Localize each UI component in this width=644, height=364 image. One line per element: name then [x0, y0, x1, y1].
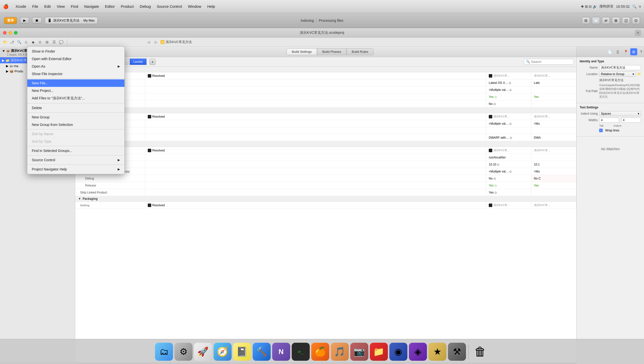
- nav-forward[interactable]: ▷: [153, 39, 159, 45]
- dock-xcode[interactable]: 🔨: [253, 343, 271, 361]
- tab-label: Tab: [599, 124, 604, 127]
- inspector-file-icon[interactable]: 📄: [606, 48, 613, 55]
- launchpad-icon: 🚀: [194, 343, 212, 361]
- ctx-new-group-selection[interactable]: New Group from Selection: [27, 121, 124, 128]
- run-button[interactable]: ▶: [20, 17, 29, 24]
- menu-source-control[interactable]: Source Control: [154, 3, 185, 10]
- inspector-help-icon[interactable]: ?: [640, 50, 642, 54]
- table-row: Base SDK Latest OS X… ◇ Late: [75, 79, 576, 86]
- dock-onenote[interactable]: N: [272, 343, 290, 361]
- nav-back[interactable]: ◁: [145, 39, 151, 45]
- ctx-show-inspector[interactable]: Show File Inspector: [27, 70, 124, 78]
- filter-levels[interactable]: Levels: [130, 59, 147, 65]
- filter-search[interactable]: 🔍: [524, 59, 574, 65]
- report-icon[interactable]: ☰: [51, 39, 57, 45]
- git-icon[interactable]: ⎇: [9, 39, 15, 45]
- menu-edit[interactable]: Edit: [41, 3, 54, 10]
- debug-col4-bo: [531, 127, 576, 134]
- reveal-icon[interactable]: 📁: [637, 72, 641, 76]
- apple-menu[interactable]: 🍎: [3, 4, 9, 9]
- layout-btn[interactable]: ⊞: [612, 17, 620, 24]
- add-tab-button[interactable]: +: [635, 30, 641, 36]
- menu-editor[interactable]: Editor: [102, 3, 118, 10]
- filter-bar: Basic All Combined Levels + 🔍: [75, 57, 576, 67]
- menu-debug[interactable]: Debug: [137, 3, 154, 10]
- menu-navigate[interactable]: Navigate: [81, 3, 102, 10]
- menu-xcode[interactable]: Xcode: [13, 3, 29, 10]
- ctx-new-project[interactable]: New Project...: [27, 87, 124, 94]
- search-icon[interactable]: 🔍: [632, 5, 636, 9]
- menu-window[interactable]: Window: [185, 3, 204, 10]
- folder-icon[interactable]: 📁: [2, 39, 8, 45]
- grid-icon[interactable]: ⊞: [44, 39, 50, 45]
- location-dropdown[interactable]: Relative to Group ▾: [599, 72, 636, 77]
- dock-filezilla[interactable]: 📁: [370, 343, 388, 361]
- section-triangle-pkg[interactable]: ▼: [78, 197, 81, 201]
- inspector-grid-icon[interactable]: ⊞: [630, 48, 637, 55]
- dock-finder[interactable]: 🗂: [155, 343, 173, 361]
- wrap-row: ✓ Wrap lines: [580, 129, 641, 132]
- ctx-delete[interactable]: Delete: [27, 104, 124, 112]
- filter-search-input[interactable]: [531, 60, 572, 64]
- dock-app2[interactable]: ◉: [389, 343, 407, 361]
- ctx-open-external[interactable]: Open with External Editor: [27, 55, 124, 63]
- search-icon[interactable]: 🔍: [16, 39, 22, 45]
- breadcrumb-project-name: 演示KVC常见方法: [166, 40, 192, 44]
- dock-trash[interactable]: 🗑: [471, 343, 489, 361]
- ctx-find-groups[interactable]: Find in Selected Groups...: [27, 147, 124, 154]
- tab-build-phases[interactable]: Build Phases: [317, 48, 347, 55]
- menu-extras-icon[interactable]: ≡: [639, 5, 641, 9]
- fullpath-label: Full Path: [580, 89, 598, 93]
- menu-help[interactable]: Help: [204, 3, 218, 10]
- wrap-checkbox[interactable]: ✓: [599, 129, 603, 132]
- dock-safari[interactable]: 🧭: [214, 343, 232, 361]
- ctx-open-as[interactable]: Open As ▶: [27, 63, 124, 70]
- indent-dropdown[interactable]: Spaces ▾: [599, 111, 641, 116]
- stop-button[interactable]: 暂停: [4, 17, 17, 24]
- close-button[interactable]: [3, 31, 7, 35]
- dock-app1[interactable]: 🍊: [311, 343, 329, 361]
- indent-width-input[interactable]: [621, 118, 641, 123]
- inspector-location-row: Location Relative to Group ▾ 📁: [580, 72, 641, 77]
- ctx-new-group[interactable]: New Group: [27, 113, 124, 121]
- version-btn[interactable]: ⊡: [632, 17, 640, 24]
- dock-photo[interactable]: 📷: [350, 343, 368, 361]
- breakpoint-icon[interactable]: ⊙: [37, 39, 43, 45]
- maximize-button[interactable]: [14, 31, 18, 35]
- ctx-add-files[interactable]: Add Files to "演示KVC常见方法"...: [27, 94, 124, 102]
- menu-file[interactable]: File: [29, 3, 41, 10]
- dock-media[interactable]: 🎵: [331, 343, 349, 361]
- scheme-selector[interactable]: 📱 演示KVC常见方法 › My Mac: [45, 17, 98, 24]
- panel-center-toggle[interactable]: 🕐: [592, 17, 600, 24]
- dock-tool2[interactable]: ⚒: [448, 343, 466, 361]
- inspector-loc-icon[interactable]: 📍: [622, 48, 629, 55]
- ctx-nav-help[interactable]: Project Navigator Help ▶: [27, 165, 124, 173]
- panel-left-toggle[interactable]: ⊟: [582, 17, 590, 24]
- panel-right-toggle[interactable]: ⇄: [602, 17, 610, 24]
- menu-product[interactable]: Product: [118, 3, 137, 10]
- dock-launchpad[interactable]: 🚀: [194, 343, 212, 361]
- dock-prefs[interactable]: ⚙: [175, 343, 193, 361]
- stop2-button[interactable]: ⏹: [32, 17, 42, 24]
- dock-app3[interactable]: ◈: [409, 343, 427, 361]
- menu-find[interactable]: Find: [68, 3, 81, 10]
- warning-icon[interactable]: ⚠: [23, 39, 29, 45]
- ctx-new-file[interactable]: New File...: [27, 79, 124, 87]
- ctx-show-finder[interactable]: Show in Finder: [27, 48, 124, 55]
- dock-tool1[interactable]: ★: [428, 343, 446, 361]
- tab-build-rules[interactable]: Build Rules: [347, 48, 374, 55]
- dock-notes[interactable]: 📓: [233, 343, 251, 361]
- minimize-button[interactable]: [9, 31, 12, 35]
- dock-terminal[interactable]: >_: [292, 343, 310, 361]
- chat-icon[interactable]: 💬: [58, 39, 64, 45]
- widths-row: Widths: [580, 118, 641, 123]
- name-input[interactable]: [599, 65, 641, 70]
- menu-view[interactable]: View: [54, 3, 68, 10]
- assistant-btn[interactable]: ◫: [622, 17, 630, 24]
- bookmark-icon[interactable]: ◆: [30, 39, 36, 45]
- tab-width-input[interactable]: [599, 118, 619, 123]
- inspector-code-icon[interactable]: {}: [614, 48, 621, 55]
- tab-build-settings[interactable]: Build Settings: [286, 48, 317, 55]
- ctx-source-control[interactable]: Source Control ▶: [27, 156, 124, 164]
- add-filter-btn[interactable]: +: [149, 59, 155, 65]
